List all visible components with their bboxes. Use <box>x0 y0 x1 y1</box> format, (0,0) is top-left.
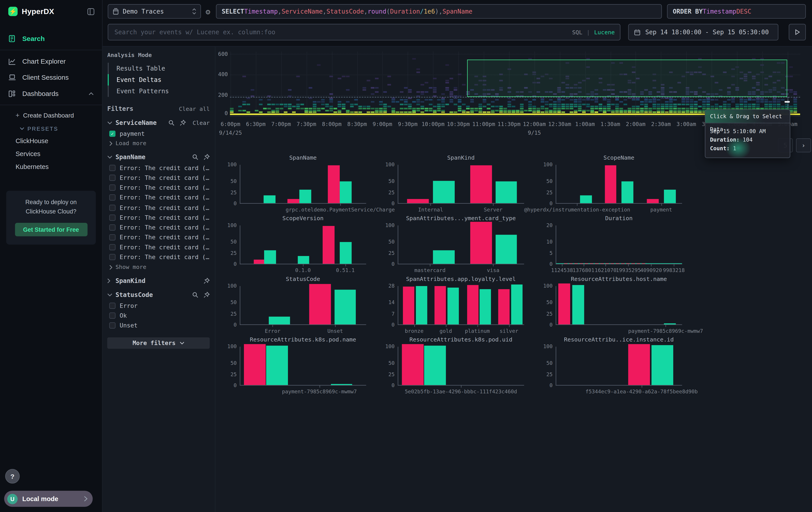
filter-section-statuscode[interactable]: StatusCode <box>107 291 210 298</box>
lucene-mode-toggle[interactable]: Lucene <box>594 29 615 35</box>
analysis-mode-option-results-table[interactable]: Results Table <box>109 63 210 74</box>
gear-icon[interactable]: ⚙ <box>206 7 210 17</box>
search-icon[interactable] <box>192 154 198 160</box>
next-page-button[interactable]: › <box>796 138 811 153</box>
heatmap-selection-rect[interactable] <box>467 60 787 97</box>
bar-chart-spanattributes-app-loyalty-level[interactable] <box>398 286 524 325</box>
checkbox[interactable] <box>109 224 115 231</box>
heatmap-cell <box>599 108 602 109</box>
analysis-mode-option-event-patterns[interactable]: Event Patterns <box>109 85 210 97</box>
analysis-mode-option-event-deltas[interactable]: Event Deltas <box>109 74 210 85</box>
filter-checkbox-row[interactable]: Error: The credit card (… <box>107 242 210 252</box>
select-query-input[interactable]: SELECT Timestamp, ServiceName, StatusCod… <box>216 4 662 19</box>
bar-chart-duration[interactable] <box>556 225 682 265</box>
filter-show-more-link[interactable]: Show more <box>107 262 210 270</box>
heatmap-cell <box>313 101 316 103</box>
source-select[interactable]: Demo Traces <box>108 4 201 19</box>
filter-checkbox-row[interactable]: Error <box>107 300 210 311</box>
filter-checkbox-row[interactable]: Error: The credit card (… <box>107 163 210 173</box>
checkbox[interactable] <box>109 234 115 240</box>
more-filters-button[interactable]: More filters <box>107 337 210 349</box>
filter-checkbox-row[interactable]: Error: The credit card (… <box>107 222 210 233</box>
bar-chart-resourceattributes-host-name[interactable] <box>556 286 682 325</box>
sidebar-item-dashboards[interactable]: Dashboards <box>0 85 102 102</box>
heatmap-cell <box>756 99 760 101</box>
bar-chart-resourceattributes-k8s-pod-uid[interactable] <box>398 347 524 385</box>
checkbox[interactable] <box>109 165 115 171</box>
sidebar-item-chart-explorer[interactable]: Chart Explorer <box>0 53 102 70</box>
checkbox[interactable] <box>109 204 115 211</box>
heatmap-cell <box>615 98 619 99</box>
filter-checkbox-row[interactable]: Error: The credit card (… <box>107 233 210 242</box>
filter-checkbox-row[interactable]: Error: The credit card (… <box>107 203 210 213</box>
create-dashboard-button[interactable]: + Create Dashboard <box>0 108 102 123</box>
bar-chart-spanattributes-yment-card-type[interactable] <box>398 225 524 265</box>
filter-section-spanname[interactable]: SpanName <box>107 153 210 161</box>
filter-load-more-link[interactable]: Load more <box>107 138 210 147</box>
checkbox[interactable] <box>109 174 115 181</box>
bar-chart-spanname[interactable] <box>240 165 366 204</box>
heatmap-cell <box>478 110 482 111</box>
checkbox-checked[interactable]: ✓ <box>109 131 115 137</box>
filter-checkbox-row[interactable]: Ok <box>107 311 210 321</box>
checkbox[interactable] <box>109 185 115 191</box>
preset-services[interactable]: Services <box>0 147 102 160</box>
checkbox[interactable] <box>109 254 115 261</box>
bar-chart-spankind[interactable] <box>398 165 524 204</box>
duration-heatmap[interactable] <box>230 52 800 117</box>
filter-checkbox-row[interactable]: Error: The credit card (… <box>107 252 210 262</box>
pin-icon[interactable] <box>180 120 186 126</box>
heatmap-cell <box>392 110 395 111</box>
checkbox[interactable] <box>109 312 115 319</box>
checkbox[interactable] <box>109 302 115 309</box>
sidebar-item-client-sessions[interactable]: Client Sessions <box>0 70 102 85</box>
checkbox[interactable] <box>109 244 115 250</box>
search-doc-icon <box>8 35 17 43</box>
heatmap-cell <box>731 99 735 101</box>
checkbox[interactable] <box>109 194 115 201</box>
heatmap-cell <box>665 101 669 103</box>
bar-chart-scopename[interactable] <box>556 165 682 204</box>
filter-checkbox-row[interactable]: Error: The credit card (… <box>107 193 210 203</box>
run-query-button[interactable] <box>789 24 806 40</box>
preset-kubernetes[interactable]: Kubernetes <box>0 160 102 173</box>
filter-checkbox-row[interactable]: Error: The credit card (… <box>107 183 210 193</box>
date-range-picker[interactable]: Sep 14 18:00:00 - Sep 15 05:30:00 <box>628 24 778 40</box>
filter-checkbox-row[interactable]: Unset <box>107 321 210 330</box>
sidebar-collapse-icon[interactable] <box>87 7 95 16</box>
account-menu[interactable]: U Local mode <box>4 491 93 507</box>
heatmap-cell <box>321 104 325 105</box>
pin-icon[interactable] <box>203 278 210 284</box>
heatmap-cell <box>404 99 408 101</box>
filter-section-spankind[interactable]: SpanKind <box>107 277 210 285</box>
preset-clickhouse[interactable]: ClickHouse <box>0 134 102 147</box>
sidebar-item-search[interactable]: Search <box>0 30 102 47</box>
help-button[interactable]: ? <box>5 469 20 484</box>
presets-toggle[interactable]: PRESETS <box>0 122 102 134</box>
chart-xtick-mark <box>509 325 510 327</box>
chevron-up-icon[interactable] <box>88 92 94 95</box>
checkbox[interactable] <box>109 214 115 221</box>
heatmap-cell <box>338 110 341 111</box>
order-by-input[interactable]: ORDER BY Timestamp DESC <box>667 4 806 19</box>
bar-chart-statuscode[interactable] <box>240 286 366 325</box>
checkbox[interactable] <box>109 322 115 329</box>
filter-section-servicename[interactable]: ServiceNameClear <box>107 119 210 127</box>
heatmap-cell <box>528 110 532 111</box>
bar-chart-resourceattribu-ice-instance-id[interactable] <box>556 347 682 385</box>
clear-filter-button[interactable]: Clear <box>193 119 210 126</box>
filter-checkbox-row[interactable]: Error: The credit card (… <box>107 173 210 183</box>
pin-icon[interactable] <box>203 292 210 298</box>
bar-chart-scopeversion[interactable] <box>240 225 366 265</box>
filter-checkbox-row[interactable]: ✓payment <box>107 129 210 138</box>
pin-icon[interactable] <box>203 154 210 160</box>
search-icon[interactable] <box>192 292 198 298</box>
clear-all-button[interactable]: Clear all <box>179 106 210 112</box>
bar-chart-resourceattributes-k8s-pod-name[interactable] <box>240 347 366 385</box>
get-started-button[interactable]: Get Started for Free <box>15 223 87 236</box>
search-input[interactable] <box>113 28 568 36</box>
filter-checkbox-row[interactable]: Error: The credit card (… <box>107 213 210 223</box>
heatmap-cell <box>570 106 573 107</box>
search-icon[interactable] <box>168 120 175 126</box>
sql-mode-toggle[interactable]: SQL <box>572 29 582 35</box>
